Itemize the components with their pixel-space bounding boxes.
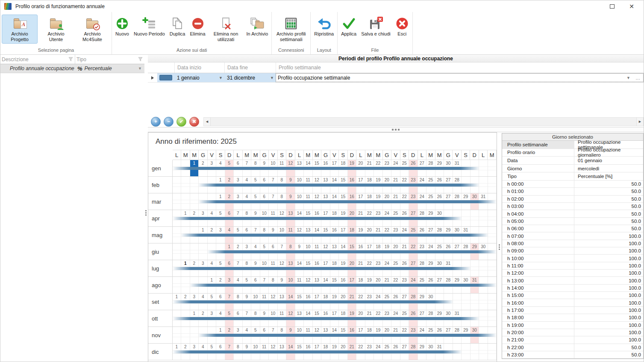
calendar-day-cell[interactable]: 9 bbox=[251, 260, 260, 276]
calendar-day-cell[interactable]: 24 bbox=[383, 260, 392, 276]
calendar-day-cell[interactable]: 14 bbox=[295, 210, 304, 226]
calendar-day-cell[interactable]: 19 bbox=[339, 210, 348, 226]
calendar-day-cell[interactable]: 29 bbox=[435, 160, 444, 176]
calendar-day-cell[interactable]: 20 bbox=[383, 193, 392, 210]
calendar-day-cell[interactable]: 18 bbox=[348, 227, 357, 243]
calendar-day-cell[interactable]: 25 bbox=[391, 210, 400, 226]
column-header-data-inizio[interactable]: Data inizio bbox=[174, 62, 224, 73]
calendar-day-cell[interactable]: 10 bbox=[251, 294, 260, 310]
calendar-day-cell[interactable]: 8 bbox=[286, 243, 295, 260]
calendar-day-cell[interactable]: 28 bbox=[409, 344, 418, 360]
calendar-day-cell[interactable]: 8 bbox=[278, 193, 287, 210]
profile-row[interactable]: Profilo annuale occupazione % Percentual… bbox=[0, 64, 144, 73]
calendar-day-cell[interactable]: 9 bbox=[243, 344, 252, 360]
calendar-day-cell[interactable]: 20 bbox=[348, 210, 357, 226]
calendar-day-cell[interactable]: 21 bbox=[391, 177, 400, 193]
calendar-day-cell[interactable]: 13 bbox=[321, 193, 330, 210]
ribbon-button-in-archivio[interactable]: In Archivio bbox=[244, 15, 271, 38]
ribbon-button-nuovo-periodo[interactable]: Nuovo Periodo bbox=[132, 15, 167, 38]
calendar-day-cell[interactable]: 12 bbox=[313, 327, 322, 343]
calendar-day-cell[interactable]: 9 bbox=[286, 193, 295, 210]
chevron-down-icon[interactable]: ▼ bbox=[626, 76, 630, 80]
calendar-day-cell[interactable]: 19 bbox=[374, 327, 383, 343]
calendar-day-cell[interactable]: 28 bbox=[418, 210, 427, 226]
calendar-day-cell[interactable]: 27 bbox=[409, 260, 418, 276]
calendar-day-cell[interactable]: 8 bbox=[243, 210, 252, 226]
calendar-day-cell[interactable]: 31 bbox=[453, 310, 462, 326]
calendar-day-cell[interactable]: 26 bbox=[418, 227, 427, 243]
profile-tipo[interactable]: % Percentuale ▼ bbox=[75, 65, 144, 72]
calendar-day-cell[interactable]: 12 bbox=[313, 177, 322, 193]
calendar-day-cell[interactable]: 3 bbox=[199, 210, 208, 226]
calendar-day-cell[interactable]: 31 bbox=[444, 260, 453, 276]
calendar-day-cell[interactable]: 24 bbox=[391, 160, 400, 176]
cancel-button[interactable]: ✖ bbox=[189, 117, 199, 127]
calendar-day-cell[interactable]: 30 bbox=[426, 294, 435, 310]
calendar-day-cell[interactable]: 5 bbox=[243, 277, 252, 293]
calendar-day-cell[interactable]: 28 bbox=[426, 310, 435, 326]
ribbon-button-applica[interactable]: Applica bbox=[339, 15, 359, 38]
calendar-day-cell[interactable]: 11 bbox=[260, 294, 269, 310]
calendar-day-cell[interactable]: 21 bbox=[400, 243, 409, 260]
calendar-day-cell[interactable]: 20 bbox=[365, 227, 374, 243]
calendar-day-cell[interactable]: 28 bbox=[426, 160, 435, 176]
calendar-day-cell[interactable]: 26 bbox=[400, 210, 409, 226]
calendar-day-cell[interactable]: 23 bbox=[383, 160, 392, 176]
calendar-day-cell[interactable]: 30 bbox=[435, 260, 444, 276]
hour-value[interactable]: 100.0 bbox=[574, 299, 643, 306]
hour-value[interactable]: 50.0 bbox=[574, 210, 643, 217]
calendar-day-cell[interactable]: 2 bbox=[225, 177, 234, 193]
calendar-day-cell[interactable]: 19 bbox=[330, 294, 339, 310]
calendar-day-cell[interactable]: 22 bbox=[400, 193, 409, 210]
calendar-day-cell[interactable]: 23 bbox=[418, 243, 427, 260]
calendar-day-cell[interactable]: 10 bbox=[251, 344, 260, 360]
calendar-day-cell[interactable]: 28 bbox=[444, 277, 453, 293]
calendar-day-cell[interactable]: 7 bbox=[269, 193, 278, 210]
ellipsis-button[interactable]: … bbox=[635, 75, 641, 80]
calendar-day-cell[interactable]: 4 bbox=[208, 260, 217, 276]
calendar-day-cell[interactable]: 4 bbox=[251, 243, 260, 260]
calendar-day-cell[interactable]: 29 bbox=[418, 294, 427, 310]
calendar-day-cell[interactable]: 25 bbox=[391, 260, 400, 276]
calendar-day-cell[interactable]: 15 bbox=[295, 344, 304, 360]
calendar-day-cell[interactable]: 31 bbox=[471, 277, 479, 293]
calendar-day-cell[interactable]: 14 bbox=[330, 193, 339, 210]
calendar-day-cell[interactable]: 12 bbox=[313, 193, 322, 210]
hour-value[interactable]: 50.0 bbox=[574, 218, 643, 225]
calendar-day-cell[interactable]: 6 bbox=[260, 177, 269, 193]
calendar-day-cell[interactable]: 16 bbox=[330, 227, 339, 243]
calendar-day-cell[interactable]: 19 bbox=[348, 160, 357, 176]
calendar-day-cell[interactable]: 29 bbox=[426, 210, 435, 226]
calendar-day-cell[interactable]: 30 bbox=[462, 277, 471, 293]
hour-value[interactable]: 50.0 bbox=[574, 351, 643, 358]
calendar-day-cell[interactable]: 8 bbox=[278, 177, 287, 193]
remove-period-button[interactable]: − bbox=[164, 117, 173, 127]
calendar-day-cell[interactable]: 9 bbox=[251, 210, 260, 226]
calendar-day-cell[interactable]: 10 bbox=[295, 327, 304, 343]
calendar-day-cell[interactable]: 4 bbox=[199, 344, 208, 360]
calendar-day-cell[interactable]: 14 bbox=[295, 260, 304, 276]
calendar-day-cell[interactable]: 25 bbox=[409, 227, 418, 243]
calendar-day-cell[interactable]: 20 bbox=[348, 260, 357, 276]
calendar-day-cell[interactable]: 4 bbox=[234, 277, 243, 293]
calendar-day-cell[interactable]: 26 bbox=[435, 193, 444, 210]
calendar-day-cell[interactable]: 17 bbox=[339, 227, 348, 243]
calendar-day-cell[interactable]: 13 bbox=[295, 310, 304, 326]
calendar-day-cell[interactable]: 7 bbox=[225, 294, 234, 310]
calendar-day-cell[interactable]: 14 bbox=[304, 160, 313, 176]
calendar-day-cell[interactable]: 16 bbox=[348, 177, 357, 193]
calendar-day-cell[interactable]: 26 bbox=[435, 327, 444, 343]
column-header-tipo[interactable]: Tipo bbox=[75, 55, 144, 64]
hour-value[interactable]: 100.0 bbox=[574, 232, 643, 239]
calendar-day-cell[interactable]: 27 bbox=[435, 277, 444, 293]
calendar-day-cell[interactable]: 11 bbox=[278, 310, 287, 326]
calendar-day-cell[interactable]: 1 bbox=[225, 243, 234, 260]
calendar-day-cell[interactable]: 18 bbox=[365, 327, 374, 343]
calendar-day-cell[interactable]: 9 bbox=[286, 177, 295, 193]
calendar-day-cell[interactable]: 2 bbox=[199, 310, 208, 326]
calendar-day-cell[interactable]: 28 bbox=[409, 294, 418, 310]
calendar-day-cell[interactable]: 13 bbox=[278, 294, 287, 310]
calendar-day-cell[interactable]: 10 bbox=[295, 193, 304, 210]
ribbon-button-elimina-non-utilizzati[interactable]: Elimina non utilizzati bbox=[208, 15, 244, 44]
calendar-day-cell[interactable]: 21 bbox=[365, 310, 374, 326]
